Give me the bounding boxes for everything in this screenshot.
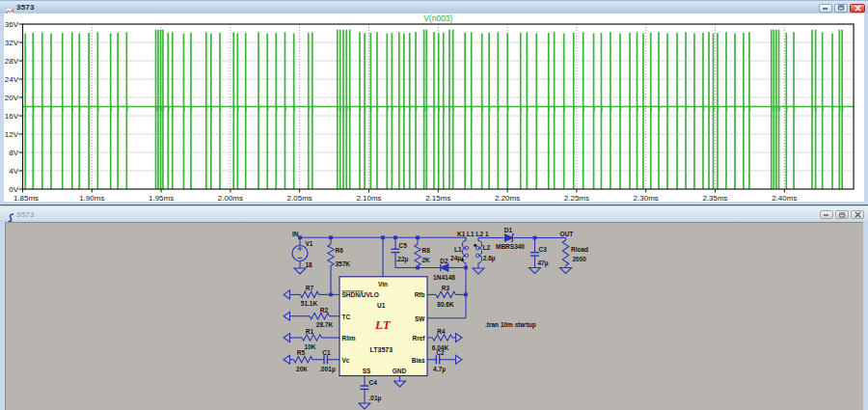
resistor-R3[interactable] (436, 291, 456, 297)
y-tick-label: 0V (9, 185, 18, 194)
wire-junction (416, 235, 420, 239)
wire-junction (329, 292, 333, 296)
schematic-canvas[interactable]: LTVinSHDN/UVLOTCRlimVcRfbSWRrefBiasSSGND… (5, 222, 863, 410)
pin-label-rfb: Rfb (415, 291, 425, 298)
resistor-R5[interactable] (294, 356, 313, 362)
refdes-C1: C1 (322, 349, 331, 356)
value-C5: .22µ (396, 255, 409, 262)
capacitor-C2[interactable] (436, 355, 439, 364)
resistor-R8[interactable] (415, 244, 420, 266)
waveform-window-title: 3573 (16, 3, 35, 12)
resistor-R2[interactable] (310, 313, 330, 318)
ground-symbol[interactable] (284, 289, 290, 298)
ground-symbol[interactable] (473, 268, 484, 274)
ground-symbol[interactable] (456, 355, 463, 364)
waveform-plot-pane[interactable]: 0V4V8V12V16V20V24V28V32V36V1.85ms1.90ms1… (4, 14, 864, 202)
ground-symbol[interactable] (394, 381, 406, 387)
y-tick-label: 32V (5, 39, 19, 47)
y-tick-label: 12V (5, 130, 19, 139)
schematic-titlebar[interactable]: 3573 (0, 205, 868, 220)
waveform-titlebar[interactable]: 3573 (0, 0, 868, 14)
pin-label-ss: SS (363, 368, 371, 374)
value-R7: 51.1K (301, 300, 318, 307)
value-C3: 47µ (538, 259, 549, 266)
value-C4: .01µ (369, 395, 382, 402)
ic-part-number: LT3573 (370, 346, 393, 353)
phase-dot-L1 (461, 258, 464, 260)
ground-symbol[interactable] (284, 355, 290, 364)
resistor-R6[interactable] (328, 244, 334, 266)
value-L2: 2.6µ (483, 254, 496, 261)
resistor-R4[interactable] (433, 334, 453, 340)
schematic-window-icon (6, 209, 14, 218)
ground-symbol[interactable] (284, 312, 290, 320)
schematic-restore-button[interactable] (835, 210, 849, 219)
phase-dot-L2 (474, 243, 476, 246)
coupling-statement: K1 L1 L2 1 (457, 231, 489, 237)
sim-directive: .tran 10m startup (485, 320, 536, 328)
diode-D1[interactable] (505, 233, 515, 241)
ground-symbol[interactable] (456, 333, 463, 342)
value-R6: 357K (336, 260, 351, 266)
wire-junction (393, 235, 397, 239)
refdes-R5: R5 (297, 349, 306, 356)
lt-logo: LT (374, 317, 392, 332)
schematic-close-button[interactable] (851, 210, 864, 219)
refdes-C4: C4 (369, 379, 378, 386)
resistor-Rload[interactable] (562, 240, 568, 266)
capacitor-C1[interactable] (324, 355, 327, 364)
ground-symbol[interactable] (560, 267, 572, 273)
capacitor-C3[interactable] (530, 252, 539, 255)
refdes-R8: R8 (422, 246, 431, 253)
restore-button[interactable] (834, 4, 848, 13)
x-tick-label: 2.40ms (772, 194, 797, 202)
y-tick-label: 20V (5, 94, 19, 102)
value-L1: 24µ (450, 254, 461, 261)
y-tick-label: 8V (9, 149, 18, 157)
x-tick-label: 2.30ms (634, 194, 659, 202)
pin-label-gnd: GND (393, 368, 407, 374)
x-tick-label: 2.35ms (702, 194, 727, 202)
value-R8: 2K (422, 256, 431, 262)
ground-symbol[interactable] (294, 268, 306, 274)
ground-symbol[interactable] (359, 403, 370, 409)
ground-symbol[interactable] (529, 267, 541, 273)
resistor-R1[interactable] (302, 334, 322, 340)
schematic-minimize-button[interactable] (820, 210, 833, 219)
wire-junction (298, 235, 302, 239)
pin-label-tc: TC (342, 313, 351, 319)
y-tick-label: 4V (9, 167, 18, 176)
close-button[interactable] (850, 4, 865, 13)
refdes-L2: L2 (483, 244, 491, 251)
wire-junction (464, 292, 468, 296)
x-tick-label: 2.20ms (495, 194, 520, 202)
value-R5: 20K (296, 366, 308, 372)
x-tick-label: 2.25ms (564, 194, 589, 202)
schematic-window: 3573 LTVinSHDN/UVLOTCRlimVcRfbSWRrefBias… (0, 205, 868, 410)
y-tick-label: 16V (5, 112, 19, 121)
refdes-R4: R4 (437, 328, 446, 335)
refdes-V1: V1 (306, 239, 313, 246)
inductor-L2[interactable] (475, 240, 481, 262)
value-R3: 80.6K (437, 300, 454, 307)
ground-symbol[interactable] (284, 333, 290, 342)
value-R2: 28.7K (316, 321, 334, 328)
waveform-window-icon (6, 3, 14, 12)
capacitor-C4[interactable] (361, 386, 369, 389)
resistor-R7[interactable] (301, 291, 319, 297)
refdes-R6: R6 (336, 247, 344, 254)
x-tick-label: 1.95ms (149, 194, 174, 202)
minimize-button[interactable] (819, 4, 832, 13)
x-tick-label: 2.10ms (356, 194, 381, 202)
value-Rload: 2000 (573, 255, 587, 261)
voltage-source-V1[interactable] (292, 245, 308, 260)
refdes-D1: D1 (504, 227, 513, 233)
capacitor-C5[interactable] (392, 249, 400, 252)
wire-junction (416, 265, 420, 269)
refdes-R3: R3 (442, 284, 450, 290)
x-tick-label: 2.15ms (425, 194, 450, 202)
diode-D2[interactable] (441, 263, 448, 271)
refdes-D2: D2 (440, 257, 448, 263)
trace-legend: V(n003) (423, 14, 452, 23)
refdes-R1: R1 (306, 327, 314, 334)
